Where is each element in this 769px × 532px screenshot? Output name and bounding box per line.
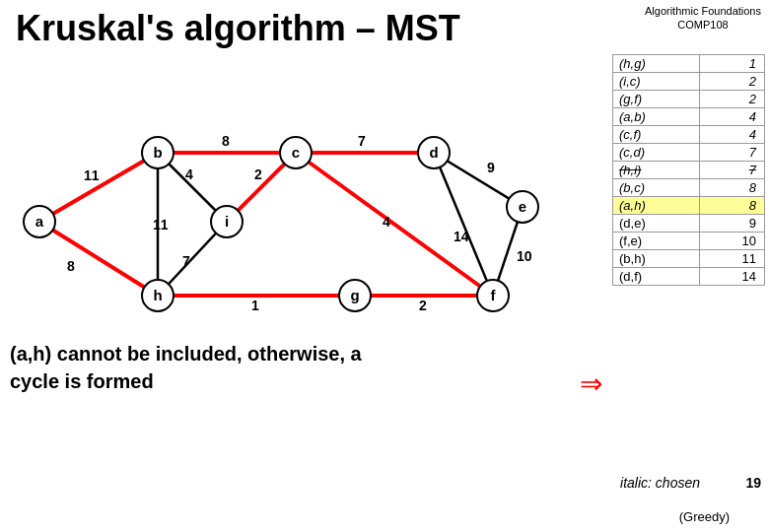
explanation-line2: cycle is formed <box>10 370 154 392</box>
svg-text:7: 7 <box>358 133 366 149</box>
table-row: (c,f)4 <box>613 126 765 144</box>
edge-label: (f,e) <box>613 233 700 250</box>
svg-text:2: 2 <box>254 166 262 182</box>
edge-label: (b,h) <box>613 250 700 268</box>
edge-weight: 2 <box>700 91 765 108</box>
edge-label: (c,f) <box>613 126 700 144</box>
svg-line-12 <box>39 222 158 296</box>
explanation-line1: (a,h) cannot be included, otherwise, a <box>10 343 362 365</box>
svg-text:h: h <box>153 287 162 303</box>
edge-weight: 8 <box>700 179 765 197</box>
svg-text:e: e <box>519 198 526 215</box>
edge-label: (b,c) <box>613 179 700 197</box>
edge-weight: 4 <box>700 108 765 126</box>
svg-text:4: 4 <box>383 214 390 230</box>
edge-weight: 14 <box>700 268 765 286</box>
table-row: (f,e)10 <box>613 233 765 250</box>
table-row: (b,h)11 <box>613 250 765 268</box>
edge-label: (d,f) <box>613 268 700 286</box>
svg-text:14: 14 <box>454 229 469 244</box>
edge-label: (a,b) <box>613 108 700 126</box>
svg-text:4: 4 <box>185 166 193 182</box>
edge-label: (d,e) <box>613 215 700 233</box>
edge-label: (i,c) <box>613 73 700 91</box>
edge-weight: 8 <box>700 197 765 215</box>
svg-text:10: 10 <box>517 248 532 264</box>
edge-label: (h,g) <box>613 55 700 73</box>
table-row: (h,g)1 <box>613 55 765 73</box>
svg-text:8: 8 <box>222 133 230 149</box>
selection-arrow: ⇒ <box>580 367 602 400</box>
svg-text:8: 8 <box>67 258 75 274</box>
table-row: (d,e)9 <box>613 215 765 233</box>
edge-label: (h,i) <box>613 162 700 179</box>
table-row: (d,f)14 <box>613 268 765 286</box>
svg-text:d: d <box>429 144 438 161</box>
edge-weight: 9 <box>700 215 765 233</box>
edge-table-container: (h,g)1(i,c)2(g,f)2(a,b)4(c,f)4(c,d)7(h,i… <box>612 54 765 286</box>
table-row: (c,d)7 <box>613 144 765 162</box>
table-row: (i,c)2 <box>613 73 765 91</box>
edge-weight: 1 <box>700 55 765 73</box>
svg-text:2: 2 <box>419 298 427 313</box>
svg-line-16 <box>39 153 158 222</box>
edge-weight: 10 <box>700 233 765 250</box>
svg-text:a: a <box>35 213 44 230</box>
table-row: (b,c)8 <box>613 179 765 197</box>
svg-text:9: 9 <box>487 160 495 175</box>
page-title: Kruskal's algorithm – MST <box>0 0 769 57</box>
svg-text:i: i <box>225 213 229 230</box>
edge-weight: 7 <box>700 162 765 179</box>
greedy-label: (Greedy) <box>679 509 730 524</box>
table-row: (g,f)2 <box>613 91 765 108</box>
edge-weight: 2 <box>700 73 765 91</box>
table-row: (h,i)7 <box>613 162 765 179</box>
table-row: (a,h)8 <box>613 197 765 215</box>
svg-text:1: 1 <box>251 298 259 313</box>
svg-text:11: 11 <box>153 217 169 233</box>
table-row: (a,b)4 <box>613 108 765 126</box>
page-number: 19 <box>745 475 761 491</box>
graph-diagram: 11 8 7 9 14 10 2 1 7 2 11 4 8 4 a b c d … <box>0 54 611 330</box>
svg-text:b: b <box>153 144 162 161</box>
svg-text:7: 7 <box>182 253 190 269</box>
explanation-text: (a,h) cannot be included, otherwise, a c… <box>10 340 362 395</box>
svg-text:c: c <box>292 144 300 161</box>
edge-weight: 7 <box>700 144 765 162</box>
edge-weight: 11 <box>700 250 765 268</box>
edge-weight: 4 <box>700 126 765 144</box>
edge-label: (a,h) <box>613 197 700 215</box>
edge-label: (c,d) <box>613 144 700 162</box>
edge-weight-table: (h,g)1(i,c)2(g,f)2(a,b)4(c,f)4(c,d)7(h,i… <box>612 54 765 286</box>
italic-chosen-label: italic: chosen <box>620 475 700 491</box>
edge-label: (g,f) <box>613 91 700 108</box>
svg-text:g: g <box>350 287 359 303</box>
svg-text:11: 11 <box>84 167 100 183</box>
